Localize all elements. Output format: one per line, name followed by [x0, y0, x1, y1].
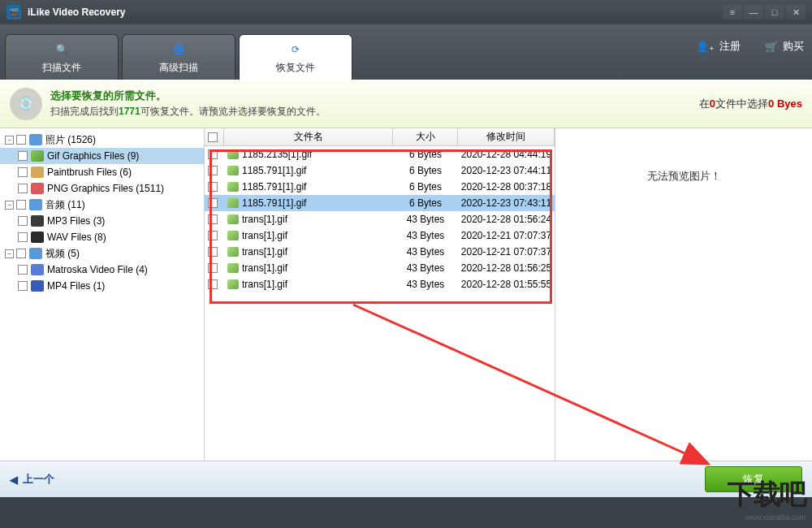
- menu-button[interactable]: ≡: [723, 5, 742, 19]
- row-checkbox[interactable]: [208, 166, 218, 175]
- tab-label: 恢复文件: [276, 61, 315, 75]
- file-date: 2020-12-28 01:56:24: [458, 214, 555, 225]
- file-name: 1185.791[1].gif: [242, 165, 306, 176]
- file-name: 1185.791[1].gif: [242, 197, 306, 209]
- previous-button[interactable]: ◀ 上一个: [10, 472, 54, 487]
- arrow-left-icon: ◀: [10, 474, 18, 486]
- file-date: 2020-12-28 00:37:18: [458, 181, 555, 193]
- row-checkbox[interactable]: [208, 149, 218, 159]
- tree-item-mkv[interactable]: Matroska Video File (4): [0, 262, 204, 278]
- maximize-button[interactable]: □: [765, 5, 784, 19]
- tree-item-paintbrush[interactable]: Paintbrush Files (6): [0, 164, 204, 180]
- minimize-button[interactable]: —: [744, 5, 763, 19]
- col-filename[interactable]: 文件名: [224, 128, 393, 145]
- tab-scan-files[interactable]: 🔍 扫描文件: [5, 34, 119, 80]
- file-row[interactable]: trans[1].gif43 Bytes2020-12-28 01:56:24: [205, 211, 555, 227]
- file-size: 43 Bytes: [393, 230, 458, 241]
- cart-icon: 🛒: [765, 41, 778, 53]
- tree-item-mp4[interactable]: MP4 Files (1): [0, 278, 204, 294]
- file-icon: [227, 182, 239, 192]
- file-date: 2020-12-28 01:55:55: [458, 279, 555, 290]
- tab-label: 扫描文件: [42, 61, 81, 75]
- file-date: 2020-12-23 07:43:11: [458, 197, 555, 209]
- file-name: trans[1].gif: [242, 214, 287, 225]
- info-strip: 💿 选择要恢复的所需文件。 扫描完成后找到1771可恢复文件。请预览并选择要恢复…: [0, 80, 812, 128]
- tree-item-wav[interactable]: WAV Files (8): [0, 229, 204, 245]
- file-row[interactable]: 1185.791[1].gif6 Bytes2020-12-28 00:37:1…: [205, 179, 555, 195]
- preview-panel: 无法预览图片！: [555, 128, 812, 461]
- main-area: −照片 (1526) Gif Graphics Files (9) Paintb…: [0, 128, 812, 461]
- row-checkbox[interactable]: [208, 198, 218, 208]
- file-icon: [227, 247, 239, 257]
- tree-item-png[interactable]: PNG Graphics Files (1511): [0, 180, 204, 197]
- tree-item-gif[interactable]: Gif Graphics Files (9): [0, 148, 204, 164]
- row-checkbox[interactable]: [208, 279, 218, 289]
- file-icon: [227, 198, 239, 208]
- file-row[interactable]: 1185.2135[1].gif6 Bytes2020-12-28 04:44:…: [205, 146, 555, 162]
- tree-item-video[interactable]: −视频 (5): [0, 245, 204, 262]
- tree-item-photos[interactable]: −照片 (1526): [0, 132, 204, 148]
- file-row[interactable]: 1185.791[1].gif6 Bytes2020-12-23 07:43:1…: [205, 195, 555, 211]
- buy-button[interactable]: 🛒 购买: [765, 39, 804, 54]
- file-size: 6 Bytes: [393, 181, 458, 193]
- bottom-bar: ◀ 上一个 恢复: [0, 461, 812, 497]
- app-icon: 🎬: [6, 5, 21, 19]
- file-row[interactable]: trans[1].gif43 Bytes2020-12-28 01:55:55: [205, 276, 555, 292]
- toolbar-right: 👤₊ 注册 🛒 购买: [696, 39, 804, 54]
- row-checkbox[interactable]: [208, 182, 218, 192]
- file-row[interactable]: trans[1].gif43 Bytes2020-12-28 01:56:25: [205, 260, 555, 276]
- footer-strip: [0, 497, 812, 528]
- preview-message: 无法预览图片！: [647, 169, 721, 184]
- row-checkbox[interactable]: [208, 263, 218, 273]
- col-size[interactable]: 大小: [393, 128, 458, 145]
- file-name: 1185.2135[1].gif: [242, 149, 312, 160]
- file-size: 43 Bytes: [393, 246, 458, 258]
- titlebar: 🎬 iLike Video Recovery ≡ — □ ✕: [0, 0, 812, 24]
- col-date[interactable]: 修改时间: [458, 128, 555, 145]
- tab-advanced-scan[interactable]: 🌀 高级扫描: [122, 34, 235, 80]
- file-list-panel: 文件名 大小 修改时间 1185.2135[1].gif6 Bytes2020-…: [205, 128, 555, 461]
- file-name: trans[1].gif: [242, 262, 287, 274]
- file-name: trans[1].gif: [242, 230, 287, 241]
- col-checkbox[interactable]: [205, 128, 224, 145]
- file-list-header: 文件名 大小 修改时间: [205, 128, 555, 146]
- file-date: 2020-12-21 07:07:37: [458, 230, 555, 241]
- file-name: 1185.791[1].gif: [242, 181, 306, 193]
- register-button[interactable]: 👤₊ 注册: [696, 39, 741, 54]
- buy-label: 购买: [783, 39, 804, 54]
- restore-icon: ⟳: [286, 40, 305, 59]
- tree-item-audio[interactable]: −音频 (11): [0, 197, 204, 213]
- info-subtitle: 扫描完成后找到1771可恢复文件。请预览并选择要恢复的文件。: [50, 105, 326, 119]
- file-icon: [227, 279, 239, 289]
- tab-label: 高级扫描: [159, 61, 198, 75]
- file-icon: [227, 149, 239, 159]
- previous-label: 上一个: [23, 472, 54, 487]
- file-icon: [227, 214, 239, 224]
- info-title: 选择要恢复的所需文件。: [50, 89, 326, 103]
- tab-recover-files[interactable]: ⟳ 恢复文件: [239, 34, 352, 80]
- selection-info: 在0文件中选择0 Byes: [699, 97, 802, 111]
- row-checkbox[interactable]: [208, 214, 218, 224]
- register-label: 注册: [719, 39, 741, 54]
- file-name: trans[1].gif: [242, 246, 287, 258]
- file-size: 43 Bytes: [393, 262, 458, 274]
- file-size: 6 Bytes: [393, 149, 458, 160]
- row-checkbox[interactable]: [208, 231, 218, 240]
- app-title: iLike Video Recovery: [28, 6, 721, 18]
- close-button[interactable]: ✕: [786, 5, 806, 19]
- file-list-body[interactable]: 1185.2135[1].gif6 Bytes2020-12-28 04:44:…: [205, 146, 555, 461]
- file-row[interactable]: trans[1].gif43 Bytes2020-12-21 07:07:37: [205, 244, 555, 260]
- file-row[interactable]: trans[1].gif43 Bytes2020-12-21 07:07:37: [205, 227, 555, 244]
- user-plus-icon: 👤₊: [696, 41, 715, 53]
- row-checkbox[interactable]: [208, 247, 218, 257]
- disk-icon: 💿: [10, 88, 42, 120]
- tree-item-mp3[interactable]: MP3 Files (3): [0, 213, 204, 229]
- file-size: 43 Bytes: [393, 279, 458, 290]
- file-row[interactable]: 1185.791[1].gif6 Bytes2020-12-23 07:44:1…: [205, 162, 555, 179]
- file-date: 2020-12-28 04:44:19: [458, 149, 555, 160]
- file-size: 43 Bytes: [393, 214, 458, 225]
- file-icon: [227, 231, 239, 240]
- category-tree[interactable]: −照片 (1526) Gif Graphics Files (9) Paintb…: [0, 128, 205, 461]
- file-icon: [227, 166, 239, 175]
- file-size: 6 Bytes: [393, 165, 458, 176]
